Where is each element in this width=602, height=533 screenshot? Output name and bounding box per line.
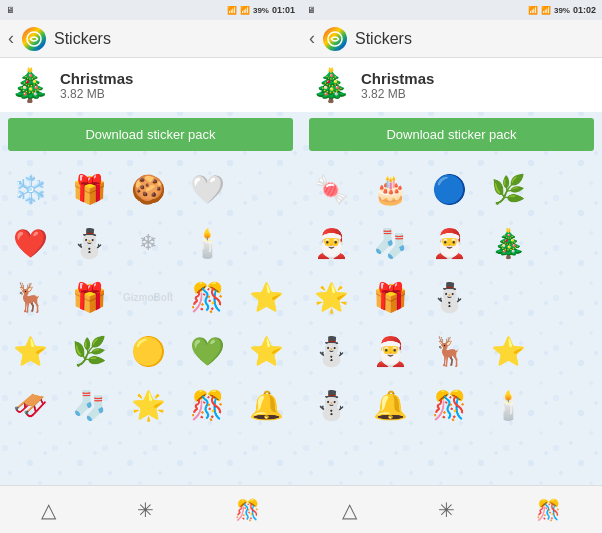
stickers-logo-right [323,27,347,51]
battery-right: 39% [554,6,570,15]
sticker-item[interactable]: 🎁 [63,271,115,323]
sticker-item[interactable]: 🟡 [122,325,174,377]
sticker-grid-right: 🍬 🎂 🔵 🌿 🎅 🧦 🎅 🎄 🌟 🎁 ⛄ ⛄ 🎅 🦌 ⭐ ⛄ 🔔 🎊 🕯️ [301,159,602,435]
sticker-item[interactable] [541,217,593,269]
sticker-item[interactable]: ⭐ [240,271,292,323]
sticker-item[interactable]: 🕯️ [482,379,534,431]
time-right: 01:02 [573,5,596,15]
sticker-item[interactable] [541,163,593,215]
sticker-item[interactable]: 🎅 [364,325,416,377]
sticker-item[interactable]: 🔵 [423,163,475,215]
sticker-grid-left: ❄️ 🎁 🍪 🤍 ❤️ ⛄ ❄ 🕯️ 🦌 🎁 GizmoBolt 🎊 ⭐ ⭐ 🌿… [0,159,301,435]
battery-left: 39% [253,6,269,15]
sticker-item[interactable] [541,271,593,323]
sticker-item[interactable]: 🌟 [122,379,174,431]
sticker-item[interactable]: 🧦 [364,217,416,269]
sticker-item[interactable]: GizmoBolt [122,271,174,323]
sticker-item[interactable]: 🎊 [181,379,233,431]
nav-ball-left[interactable]: 🎊 [235,498,260,522]
pack-header-left: 🎄 Christmas 3.82 MB [0,58,301,112]
svg-point-1 [328,32,342,46]
bottom-nav-right: △ ✳ 🎊 [301,485,602,533]
pack-header-right: 🎄 Christmas 3.82 MB [301,58,602,112]
status-bar-right: 🖥 📶 📶 39% 01:02 [301,0,602,20]
sticker-item[interactable] [240,163,292,215]
title-left: Stickers [54,30,111,48]
sticker-item[interactable]: 🌿 [482,163,534,215]
sticker-item[interactable]: 🤍 [181,163,233,215]
back-button-left[interactable]: ‹ [8,28,14,49]
sticker-item[interactable]: 🎊 [423,379,475,431]
screen-icon-right: 🖥 [307,5,316,15]
sticker-item[interactable]: 🕯️ [181,217,233,269]
download-button-left[interactable]: Download sticker pack [8,118,293,151]
sticker-item[interactable] [240,217,292,269]
pack-size-left: 3.82 MB [60,87,291,101]
sticker-item[interactable]: ⭐ [4,325,56,377]
pack-icon-right: 🎄 [311,66,351,104]
sticker-item[interactable]: 🍪 [122,163,174,215]
sticker-item[interactable]: ⭐ [482,325,534,377]
bottom-nav-left: △ ✳ 🎊 [0,485,301,533]
sticker-item[interactable]: ❄ [122,217,174,269]
top-bar-left: ‹ Stickers [0,20,301,58]
nav-alerts-left[interactable]: △ [41,498,56,522]
status-left: 🖥 [6,5,15,15]
sticker-item[interactable]: ⭐ [240,325,292,377]
pack-size-right: 3.82 MB [361,87,592,101]
sticker-item[interactable] [541,379,593,431]
sticker-item[interactable]: 💚 [181,325,233,377]
status-right-right: 📶 📶 39% 01:02 [528,5,596,15]
pack-name-left: Christmas [60,70,291,87]
right-panel: 🖥 📶 📶 39% 01:02 ‹ Stickers 🎄 Christmas [301,0,602,533]
wifi-icon-right: 📶 [528,6,538,15]
download-button-right[interactable]: Download sticker pack [309,118,594,151]
screen-icon: 🖥 [6,5,15,15]
sticker-item[interactable]: 🛷 [4,379,56,431]
sticker-item[interactable]: 🧦 [63,379,115,431]
stickers-logo-left [22,27,46,51]
status-left-right: 🖥 [307,5,316,15]
signal-icon: 📶 [240,6,250,15]
sticker-item[interactable]: ⛄ [305,379,357,431]
sticker-item[interactable]: 🦌 [4,271,56,323]
nav-alerts-right[interactable]: △ [342,498,357,522]
nav-snowflake-left[interactable]: ✳ [137,498,154,522]
content-left: 🎄 Christmas 3.82 MB Download sticker pac… [0,58,301,485]
status-bar-left: 🖥 📶 📶 39% 01:01 [0,0,301,20]
sticker-item[interactable] [482,271,534,323]
pack-icon-left: 🎄 [10,66,50,104]
left-panel: 🖥 📶 📶 39% 01:01 ‹ Stickers 🎄 Christmas [0,0,301,533]
sticker-item[interactable]: ⛄ [423,271,475,323]
sticker-item[interactable]: ❤️ [4,217,56,269]
sticker-item[interactable] [541,325,593,377]
sticker-item[interactable]: 🔔 [364,379,416,431]
sticker-item[interactable]: 🎁 [63,163,115,215]
sticker-item[interactable]: 🦌 [423,325,475,377]
sticker-item[interactable]: 🎂 [364,163,416,215]
signal-icon-right: 📶 [541,6,551,15]
pack-info-right: Christmas 3.82 MB [361,70,592,101]
sticker-item[interactable]: 🎊 [181,271,233,323]
sticker-item[interactable]: ⛄ [63,217,115,269]
content-right: 🎄 Christmas 3.82 MB Download sticker pac… [301,58,602,485]
wifi-icon: 📶 [227,6,237,15]
nav-snowflake-right[interactable]: ✳ [438,498,455,522]
back-button-right[interactable]: ‹ [309,28,315,49]
sticker-item[interactable]: 🎅 [423,217,475,269]
pack-name-right: Christmas [361,70,592,87]
sticker-item[interactable]: 🔔 [240,379,292,431]
top-bar-right: ‹ Stickers [301,20,602,58]
sticker-item[interactable]: 🌿 [63,325,115,377]
sticker-item[interactable]: ⛄ [305,325,357,377]
sticker-item[interactable]: 🌟 [305,271,357,323]
nav-ball-right[interactable]: 🎊 [536,498,561,522]
title-right: Stickers [355,30,412,48]
sticker-item[interactable]: 🎄 [482,217,534,269]
sticker-item[interactable]: 🎁 [364,271,416,323]
status-right: 📶 📶 39% 01:01 [227,5,295,15]
sticker-item[interactable]: 🍬 [305,163,357,215]
sticker-item[interactable]: 🎅 [305,217,357,269]
sticker-item[interactable]: ❄️ [4,163,56,215]
time-left: 01:01 [272,5,295,15]
